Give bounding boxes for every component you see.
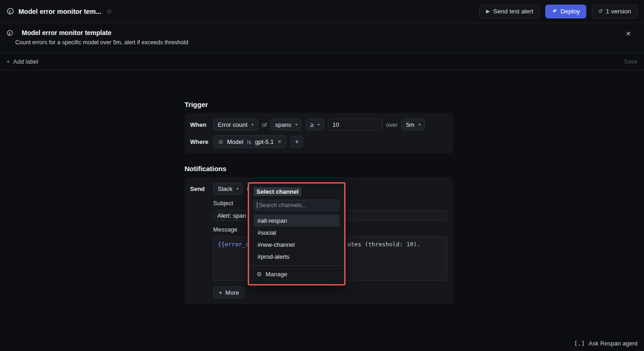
banner-title: Model error monitor template — [22, 29, 111, 36]
of-text: of — [262, 121, 267, 128]
over-text: over — [386, 121, 398, 128]
chevron-down-icon: ▾ — [251, 122, 253, 127]
entity-select[interactable]: spans ▾ — [270, 119, 302, 131]
chevron-down-icon: ▾ — [418, 122, 420, 127]
ask-agent-button[interactable]: [.] Ask Respan agent — [574, 340, 638, 347]
channel-type-value: Slack — [218, 185, 233, 192]
top-bar: Model error monitor tem... ☆ ▶ Send test… — [0, 0, 644, 23]
agent-icon: [.] — [574, 340, 584, 347]
channel-search-wrap — [254, 200, 340, 211]
send-label: Send — [190, 185, 209, 192]
ask-agent-label: Ask Respan agent — [589, 340, 638, 347]
operator-select[interactable]: ≥ ▾ — [305, 119, 324, 131]
chevron-down-icon: ▾ — [295, 122, 297, 127]
banner-subtitle: Count errors for a specific model over 5… — [6, 39, 638, 46]
popup-title: Select channel — [254, 187, 301, 196]
entity-value: spans — [275, 121, 291, 128]
add-label-button[interactable]: + Add label — [6, 58, 38, 65]
add-label-text: Add label — [13, 58, 38, 65]
rocket-icon — [552, 8, 557, 15]
manage-channels-button[interactable]: ⚙ Manage — [254, 268, 340, 280]
channel-option[interactable]: #all-respan — [254, 214, 340, 226]
label-bar: + Add label Save — [0, 53, 644, 70]
close-icon[interactable]: ✕ — [626, 30, 631, 37]
top-bar-actions: ▶ Send test alert Deploy ↺ 1 version — [479, 5, 638, 18]
metric-value: Error count — [218, 121, 247, 128]
send-test-alert-button[interactable]: ▶ Send test alert — [479, 5, 540, 18]
when-row: When Error count ▾ of spans ▾ ≥ ▾ over 5… — [190, 119, 447, 131]
channel-option[interactable]: #new-channel — [254, 238, 340, 250]
message-tail-fragment: utes (threshold: 10). — [347, 240, 420, 248]
model-filter-pill[interactable]: ⊘ Model is gpt-5.1 ✕ — [213, 135, 286, 148]
window-select[interactable]: 5m ▾ — [401, 119, 425, 131]
versions-button[interactable]: ↺ 1 version — [592, 5, 638, 18]
channel-option[interactable]: #prod-alerts — [254, 250, 340, 262]
channel-options: #all-respan #social #new-channel #prod-a… — [254, 214, 340, 262]
channel-option[interactable]: #social — [254, 226, 340, 238]
channel-search-input[interactable] — [254, 200, 340, 211]
chevron-down-icon: ▾ — [237, 186, 239, 191]
message-code-fragment: {{error_co — [218, 241, 252, 248]
channel-type-select[interactable]: Slack ▾ — [213, 183, 243, 195]
operator-value: ≥ — [310, 121, 313, 128]
save-button[interactable]: Save — [624, 58, 638, 65]
chevron-down-icon: ▾ — [318, 122, 320, 127]
where-row: Where ⊘ Model is gpt-5.1 ✕ + — [190, 135, 447, 148]
deploy-label: Deploy — [561, 8, 580, 15]
trigger-panel: When Error count ▾ of spans ▾ ≥ ▾ over 5… — [185, 113, 453, 154]
popup-divider — [249, 265, 344, 266]
play-icon: ▶ — [486, 8, 489, 14]
filter-op: is — [247, 138, 251, 145]
more-label: More — [226, 289, 239, 296]
plus-icon: + — [6, 58, 10, 65]
select-channel-popup: Select channel #all-respan #social #new-… — [248, 182, 346, 286]
template-logo-icon — [6, 30, 13, 36]
plus-icon: + — [219, 289, 222, 296]
app-logo-icon — [6, 7, 14, 15]
gear-icon: ⚙ — [256, 271, 262, 278]
notifications-heading: Notifications — [185, 165, 453, 173]
manage-label: Manage — [266, 271, 287, 278]
star-icon[interactable]: ☆ — [106, 7, 112, 16]
history-icon: ↺ — [598, 8, 602, 14]
add-filter-button[interactable]: + — [290, 136, 303, 148]
trigger-heading: Trigger — [185, 101, 453, 108]
filter-field: Model — [227, 138, 243, 145]
deploy-button[interactable]: Deploy — [545, 5, 586, 18]
text-caret — [257, 202, 257, 208]
when-label: When — [190, 121, 209, 128]
threshold-input[interactable] — [328, 119, 382, 131]
window-value: 5m — [406, 121, 414, 128]
where-label: Where — [190, 138, 209, 145]
more-button[interactable]: + More — [213, 286, 244, 298]
metric-select[interactable]: Error count ▾ — [213, 119, 258, 131]
remove-filter-icon[interactable]: ✕ — [277, 139, 281, 145]
template-banner: Model error monitor template Count error… — [0, 23, 644, 53]
filter-value: gpt-5.1 — [255, 138, 274, 145]
page-title: Model error monitor tem... — [18, 8, 101, 15]
send-test-alert-label: Send test alert — [493, 8, 533, 15]
versions-label: 1 version — [606, 8, 631, 15]
filter-circle-icon: ⊘ — [218, 138, 223, 145]
